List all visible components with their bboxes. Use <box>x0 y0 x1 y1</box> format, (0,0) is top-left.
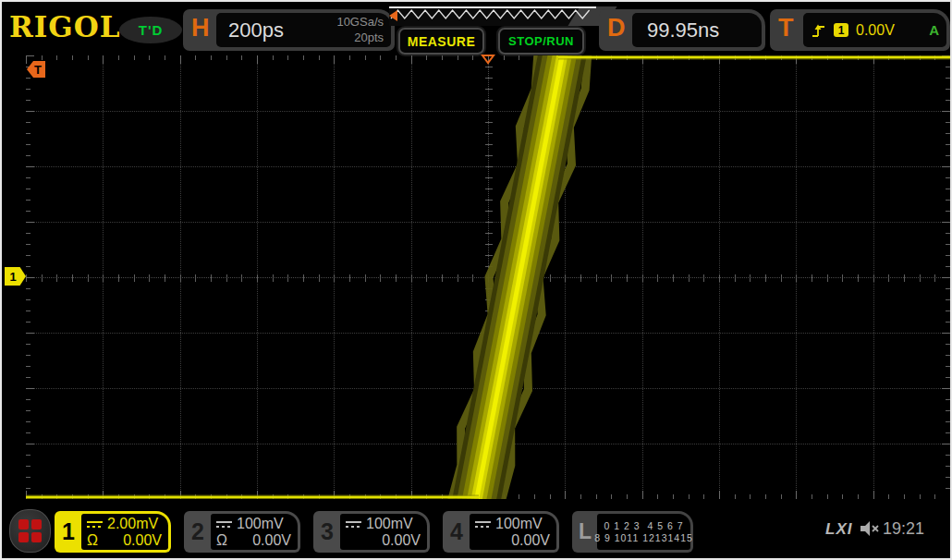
memory-position-arrow-icon <box>389 10 397 21</box>
delay-value: 99.95ns <box>647 18 719 43</box>
logic-analyzer-block[interactable]: L 0 1 2 3 4 5 6 7 8 9 1011 12131415 <box>572 511 693 553</box>
channel-impedance: Ω <box>87 532 98 549</box>
channel-number: 3 <box>313 511 341 553</box>
memory-waveform-preview <box>389 6 602 26</box>
channel-impedance: Ω <box>216 532 227 549</box>
menu-grid-icon <box>18 519 42 542</box>
channel-4-block[interactable]: 4 100mV 0.00V <box>443 511 559 553</box>
measure-button[interactable]: MEASURE <box>398 28 484 55</box>
channel1-waveform-trace <box>26 55 950 499</box>
channel-scale: 100mV <box>495 516 543 532</box>
lxi-logo: LXI <box>825 520 852 539</box>
brand-logo: RIGOL <box>9 10 121 43</box>
channel-offset: 0.00V <box>382 532 421 549</box>
trigger-position-marker-icon[interactable] <box>481 55 495 65</box>
trigger-level-value: 0.00V <box>856 22 895 39</box>
dc-coupling-icon <box>216 520 232 529</box>
delay-settings-box[interactable]: D 99.95ns <box>599 9 765 51</box>
rising-edge-icon <box>811 23 826 38</box>
digital-channels-row2: 8 9 1011 12131415 <box>594 532 693 543</box>
horizontal-settings-box[interactable]: H 200ps 10GSa/s 20pts <box>183 9 395 51</box>
channel-2-block[interactable]: 2 100mV Ω 0.00V <box>184 511 300 553</box>
menu-button[interactable] <box>9 509 51 553</box>
oscilloscope-screen: RIGOL T'D H 200ps 10GSa/s 20pts MEASURE … <box>0 0 952 560</box>
sample-rate: 10GSa/s <box>336 14 384 30</box>
digital-channels-row1: 0 1 2 3 4 5 6 7 <box>604 520 683 531</box>
dc-coupling-icon <box>87 520 103 529</box>
channel-number: 2 <box>184 511 212 553</box>
trigger-settings-box[interactable]: T 1 0.00V A <box>770 9 950 51</box>
graticule: T <box>26 55 950 499</box>
speaker-muted-icon <box>859 518 881 539</box>
horizontal-label: H <box>191 14 210 43</box>
channel-offset: 0.00V <box>252 532 291 549</box>
trigger-status-badge: T'D <box>119 17 182 43</box>
trigger-source-badge: 1 <box>834 23 848 37</box>
stop-run-button[interactable]: STOP/RUN <box>498 28 584 55</box>
channel-1-block[interactable]: 1 2.00mV Ω 0.00V <box>55 511 171 553</box>
trigger-sweep-mode: A <box>929 22 939 38</box>
channel-number: 4 <box>443 511 470 553</box>
channel-offset: 0.00V <box>511 532 550 549</box>
dc-coupling-icon <box>346 520 361 529</box>
channel-scale: 100mV <box>366 516 413 532</box>
delay-label: D <box>607 14 626 43</box>
channel-scale: 100mV <box>237 516 284 532</box>
clock: 19:21 <box>883 519 924 539</box>
channel1-level-flag[interactable]: 1 <box>5 267 26 286</box>
channel-scale: 2.00mV <box>107 516 158 532</box>
memory-position-strip[interactable] <box>389 6 602 26</box>
memory-depth: 20pts <box>336 30 384 45</box>
channel-3-block[interactable]: 3 100mV 0.00V <box>313 511 430 553</box>
timebase-value: 200ps <box>228 18 284 43</box>
channel-offset: 0.00V <box>123 532 162 549</box>
trigger-label: T <box>778 14 794 43</box>
dc-coupling-icon <box>475 520 491 529</box>
channel-number: 1 <box>55 511 82 553</box>
